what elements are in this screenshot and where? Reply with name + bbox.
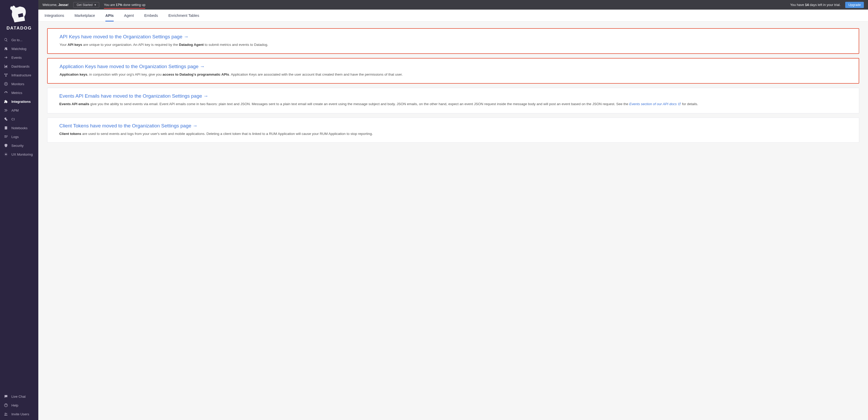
sidebar-item-label: Watchdog	[11, 47, 26, 51]
content: API Keys have moved to the Organization …	[38, 22, 868, 150]
tab-apis[interactable]: APIs	[105, 9, 114, 21]
sidebar-item-livechat[interactable]: Live Chat	[0, 392, 38, 401]
sidebar-item-label: Invite Users	[11, 412, 29, 416]
sidebar-item-label: Go to...	[11, 38, 23, 42]
sidebar-item-goto[interactable]: Go to...	[0, 35, 38, 44]
sidebar-item-label: Events	[11, 56, 22, 60]
svg-point-4	[5, 84, 6, 85]
shield-icon	[4, 143, 8, 148]
sidebar-item-monitors[interactable]: Monitors	[0, 79, 38, 88]
sidebar-item-dashboards[interactable]: Dashboards	[0, 62, 38, 71]
get-started-button[interactable]: Get Started▼	[73, 2, 99, 8]
svg-point-6	[5, 154, 6, 155]
logs-icon	[4, 134, 8, 139]
sidebar-item-label: Live Chat	[11, 395, 26, 398]
arrow-right-icon	[4, 55, 8, 60]
puzzle-icon	[4, 99, 8, 104]
users-icon	[4, 412, 8, 416]
book-icon	[4, 126, 8, 130]
sidebar-item-infrastructure[interactable]: Infrastructure	[0, 71, 38, 79]
apm-icon	[4, 108, 8, 112]
tab-enrichment[interactable]: Enrichment Tables	[168, 9, 199, 21]
chevron-down-icon: ▼	[94, 4, 96, 6]
sidebar-item-label: Infrastructure	[11, 73, 31, 77]
logo[interactable]: DATADOG	[0, 0, 38, 35]
upgrade-button[interactable]: Upgrade	[845, 2, 864, 8]
sidebar-item-label: Dashboards	[11, 64, 30, 68]
card-events-api-emails: Events API Emails have moved to the Orga…	[47, 88, 859, 114]
card-client-tokens: Client Tokens have moved to the Organiza…	[47, 118, 859, 143]
sidebar-item-apm[interactable]: APM	[0, 106, 38, 115]
chart-icon	[4, 64, 8, 69]
card-body: Events API emails give you the ability t…	[59, 101, 847, 107]
svg-point-8	[5, 413, 6, 414]
welcome-text: Welcome, Jesse!	[42, 3, 69, 7]
binoculars-icon	[4, 46, 8, 51]
svg-point-2	[5, 75, 6, 77]
sidebar: DATADOG Go to... Watchdog Events Dashboa…	[0, 0, 38, 420]
sidebar-item-label: UX Monitoring	[11, 153, 33, 156]
card-application-keys: Application Keys have moved to the Organ…	[47, 58, 859, 84]
sidebar-item-events[interactable]: Events	[0, 53, 38, 62]
setup-progress: You are 17% done setting up	[104, 3, 145, 7]
tabs: Integrations Marketplace APIs Agent Embe…	[38, 9, 868, 22]
sidebar-item-label: Metrics	[11, 91, 22, 95]
brand-text: DATADOG	[0, 26, 38, 31]
external-link-icon	[678, 102, 681, 107]
tab-marketplace[interactable]: Marketplace	[74, 9, 95, 21]
svg-point-9	[6, 413, 7, 414]
sidebar-item-label: Security	[11, 144, 24, 148]
tab-integrations[interactable]: Integrations	[44, 9, 64, 21]
sidebar-item-watchdog[interactable]: Watchdog	[0, 44, 38, 53]
card-title-link[interactable]: API Keys have moved to the Organization …	[60, 34, 847, 40]
sidebar-item-ci[interactable]: CI	[0, 115, 38, 124]
sidebar-item-label: Help	[11, 403, 19, 407]
svg-point-5	[7, 135, 7, 136]
trial-text: You have 14 days left in your trial.	[790, 3, 841, 7]
sidebar-item-uxmonitoring[interactable]: UX Monitoring	[0, 150, 38, 159]
sidebar-item-notebooks[interactable]: Notebooks	[0, 124, 38, 132]
chat-icon	[4, 394, 8, 399]
card-title-link[interactable]: Client Tokens have moved to the Organiza…	[59, 123, 847, 129]
sidebar-item-logs[interactable]: Logs	[0, 132, 38, 141]
ci-icon	[4, 117, 8, 122]
sidebar-item-security[interactable]: Security	[0, 141, 38, 150]
card-title-link[interactable]: Application Keys have moved to the Organ…	[60, 64, 847, 69]
search-icon	[4, 37, 8, 42]
events-api-docs-link[interactable]: Events section of our API docs	[629, 102, 681, 106]
sidebar-item-label: Integrations	[11, 100, 31, 104]
help-icon	[4, 403, 8, 408]
card-body: Your API keys are unique to your organiz…	[60, 42, 847, 47]
card-body: Application keys, in conjunction with yo…	[60, 72, 847, 77]
sidebar-item-label: Notebooks	[11, 126, 27, 130]
monitor-icon	[4, 82, 8, 86]
sidebar-item-integrations[interactable]: Integrations	[0, 97, 38, 106]
sidebar-item-metrics[interactable]: Metrics	[0, 88, 38, 97]
card-title-link[interactable]: Events API Emails have moved to the Orga…	[59, 93, 847, 99]
tab-embeds[interactable]: Embeds	[144, 9, 158, 21]
sidebar-item-invite[interactable]: Invite Users	[0, 410, 38, 418]
sidebar-item-label: Monitors	[11, 82, 24, 86]
sidebar-item-help[interactable]: Help	[0, 401, 38, 410]
datadog-logo-icon	[7, 3, 31, 26]
tab-agent[interactable]: Agent	[124, 9, 134, 21]
card-api-keys: API Keys have moved to the Organization …	[47, 28, 859, 54]
sidebar-item-label: APM	[11, 108, 19, 112]
card-body: Client tokens are used to send events an…	[59, 131, 847, 137]
ux-icon	[4, 152, 8, 157]
sidebar-item-label: Logs	[11, 135, 19, 139]
topbar: Welcome, Jesse! Get Started▼ You are 17%…	[38, 0, 868, 9]
network-icon	[4, 73, 8, 77]
gauge-icon	[4, 90, 8, 95]
sidebar-item-label: CI	[11, 117, 15, 121]
